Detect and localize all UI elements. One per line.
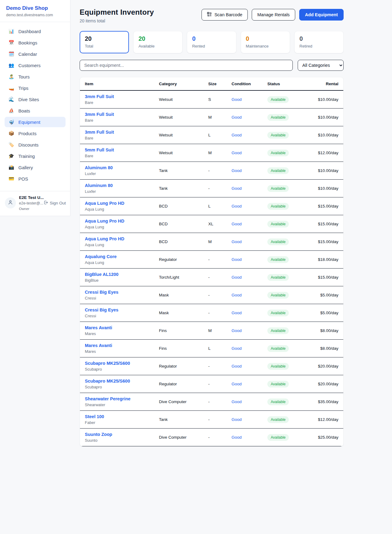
scan-barcode-label: Scan Barcode xyxy=(214,12,242,17)
condition-link[interactable]: Good xyxy=(232,133,242,137)
stat-card-available[interactable]: 20Available xyxy=(133,31,183,53)
user-section: E2E Test U... e2e-tester@... Owner Sign … xyxy=(0,191,70,216)
manage-rentals-button[interactable]: Manage Rentals xyxy=(252,9,295,21)
sidebar-item-label: Gallery xyxy=(18,165,33,170)
item-name-link[interactable]: 3mm Full Suit xyxy=(85,112,154,117)
sidebar-item-dive-sites[interactable]: 🌊Dive Sites xyxy=(5,94,66,105)
item-name-link[interactable]: Suunto Zoop xyxy=(85,432,154,437)
status-cell: Available xyxy=(265,215,307,233)
items-total-subtitle: 20 items total xyxy=(80,18,154,23)
item-name-link[interactable]: Mares Avanti xyxy=(85,343,154,348)
item-name-link[interactable]: Aluminum 80 xyxy=(85,165,154,170)
item-cell: Aqualung CoreAqua Lung xyxy=(80,251,156,269)
condition-link[interactable]: Good xyxy=(232,311,242,315)
category-cell: Wetsuit xyxy=(156,144,206,162)
sidebar-item-bookings[interactable]: 📅Bookings xyxy=(5,37,66,48)
filter-row: All Categories xyxy=(80,60,344,71)
stats-row: 20Total20Available0Rented0Maintenance0Re… xyxy=(80,31,344,53)
sign-out-button[interactable]: Sign Out xyxy=(43,200,66,206)
sidebar-item-boats[interactable]: ⛵Boats xyxy=(5,105,66,116)
item-name-link[interactable]: Mares Avanti xyxy=(85,325,154,330)
condition-cell: Good xyxy=(229,286,265,304)
search-input[interactable] xyxy=(80,60,293,71)
condition-link[interactable]: Good xyxy=(232,239,242,244)
category-cell: Regulator xyxy=(156,357,206,375)
stat-label: Retired xyxy=(300,44,338,48)
table-row: Mares AvantiMaresFinsMGoodAvailable$8.00… xyxy=(80,322,343,340)
item-name-link[interactable]: Shearwater Peregrine xyxy=(85,396,154,401)
rental-cell: $25.00/day xyxy=(307,429,343,446)
rental-cell: $20.00/day xyxy=(307,375,343,393)
stat-card-total[interactable]: 20Total xyxy=(80,31,129,53)
scan-barcode-button[interactable]: Scan Barcode xyxy=(202,9,248,21)
condition-link[interactable]: Good xyxy=(232,364,242,368)
item-name-link[interactable]: 3mm Full Suit xyxy=(85,94,154,99)
table-row: Aqua Lung Pro HDAqua LungBCDXLGoodAvaila… xyxy=(80,215,343,233)
condition-link[interactable]: Good xyxy=(232,168,242,173)
item-name-link[interactable]: Aqua Lung Pro HD xyxy=(85,219,154,223)
category-cell: Fins xyxy=(156,322,206,340)
item-name-link[interactable]: Aqualung Core xyxy=(85,254,154,259)
condition-link[interactable]: Good xyxy=(232,435,242,440)
sidebar-item-products[interactable]: 📦Products xyxy=(5,128,66,139)
condition-link[interactable]: Good xyxy=(232,293,242,297)
condition-link[interactable]: Good xyxy=(232,186,242,191)
sidebar-item-calendar[interactable]: 🗓️Calendar xyxy=(5,49,66,59)
category-cell: Mask xyxy=(156,286,206,304)
category-select[interactable]: All Categories xyxy=(298,60,344,71)
sidebar-item-discounts[interactable]: 🏷️Discounts xyxy=(5,139,66,150)
sidebar-item-gallery[interactable]: 📸Gallery xyxy=(5,162,66,173)
category-cell: BCD xyxy=(156,197,206,215)
stat-card-maintenance[interactable]: 0Maintenance xyxy=(241,31,290,53)
sidebar-item-customers[interactable]: 👥Customers xyxy=(5,60,66,71)
item-name-link[interactable]: Cressi Big Eyes xyxy=(85,290,154,295)
size-cell: - xyxy=(206,180,229,197)
category-cell: Torch/Light xyxy=(156,269,206,286)
sidebar-item-trips[interactable]: 🚤Trips xyxy=(5,83,66,93)
add-equipment-button[interactable]: Add Equipment xyxy=(299,9,344,21)
item-brand: Scubapro xyxy=(85,367,154,372)
condition-link[interactable]: Good xyxy=(232,346,242,351)
sidebar-item-dashboard[interactable]: 📊Dashboard xyxy=(5,26,66,36)
stat-card-retired[interactable]: 0Retired xyxy=(294,31,344,53)
item-name-link[interactable]: Scubapro MK25/S600 xyxy=(85,379,154,383)
avatar xyxy=(5,197,16,208)
condition-cell: Good xyxy=(229,251,265,269)
table-row: 3mm Full SuitBareWetsuitLGoodAvailable$1… xyxy=(80,126,343,144)
condition-cell: Good xyxy=(229,126,265,144)
item-cell: 3mm Full SuitBare xyxy=(80,126,156,144)
sidebar-item-training[interactable]: 🎓Training xyxy=(5,151,66,161)
item-name-link[interactable]: Steel 100 xyxy=(85,414,154,419)
condition-link[interactable]: Good xyxy=(232,275,242,280)
item-brand: Aqua Lung xyxy=(85,207,154,212)
item-name-link[interactable]: Scubapro MK25/S600 xyxy=(85,361,154,366)
item-name-link[interactable]: Aluminum 80 xyxy=(85,183,154,188)
rental-cell: $20.00/day xyxy=(307,357,343,375)
condition-link[interactable]: Good xyxy=(232,257,242,262)
condition-link[interactable]: Good xyxy=(232,204,242,208)
sidebar-item-label: Bookings xyxy=(18,40,37,45)
condition-link[interactable]: Good xyxy=(232,97,242,102)
item-name-link[interactable]: Aqua Lung Pro HD xyxy=(85,201,154,206)
condition-link[interactable]: Good xyxy=(232,151,242,155)
table-row: Aqualung CoreAqua LungRegulator-GoodAvai… xyxy=(80,251,343,269)
condition-link[interactable]: Good xyxy=(232,328,242,333)
item-name-link[interactable]: Cressi Big Eyes xyxy=(85,307,154,312)
sidebar-item-pos[interactable]: 💳POS xyxy=(5,174,66,184)
item-name-link[interactable]: 5mm Full Suit xyxy=(85,147,154,152)
item-name-link[interactable]: Aqua Lung Pro HD xyxy=(85,236,154,241)
condition-link[interactable]: Good xyxy=(232,222,242,226)
stat-card-rented[interactable]: 0Rented xyxy=(187,31,236,53)
condition-link[interactable]: Good xyxy=(232,382,242,386)
sidebar-item-equipment[interactable]: 🤿Equipment xyxy=(5,117,66,127)
condition-cell: Good xyxy=(229,144,265,162)
condition-link[interactable]: Good xyxy=(232,115,242,120)
condition-link[interactable]: Good xyxy=(232,399,242,404)
condition-link[interactable]: Good xyxy=(232,417,242,422)
status-badge: Available xyxy=(267,221,289,227)
status-cell: Available xyxy=(265,233,307,251)
sidebar-item-tours[interactable]: 🏝️Tours xyxy=(5,71,66,82)
table-row: Cressi Big EyesCressiMask-GoodAvailable$… xyxy=(80,286,343,304)
item-name-link[interactable]: BigBlue AL1200 xyxy=(85,272,154,277)
item-name-link[interactable]: 3mm Full Suit xyxy=(85,130,154,135)
